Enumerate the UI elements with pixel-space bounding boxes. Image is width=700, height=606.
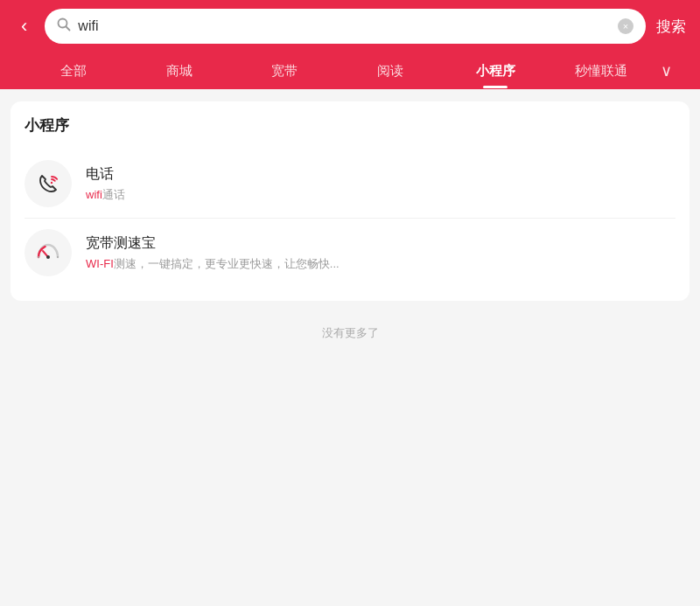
tab-mall[interactable]: 商城 [127, 54, 233, 88]
back-button[interactable]: ‹ [14, 11, 34, 41]
tab-smartlink[interactable]: 秒懂联通 [549, 54, 654, 88]
nav-more-icon[interactable]: ∨ [654, 52, 679, 89]
miniapp-section: 小程序 电话 wifi通话 [10, 101, 690, 301]
item-subtitle-speed: WI-FI测速，一键搞定，更专业更快速，让您畅快... [86, 256, 676, 272]
list-item[interactable]: 电话 wifi通话 [24, 150, 676, 218]
item-info-speed: 宽带测速宝 WI-FI测速，一键搞定，更专业更快速，让您畅快... [86, 234, 676, 272]
phone-wifi-icon [24, 160, 72, 207]
tab-all[interactable]: 全部 [21, 54, 127, 88]
item-subtitle-text-speed: 测速，一键搞定，更专业更快速，让您畅快... [114, 257, 340, 270]
svg-line-1 [66, 27, 70, 31]
item-subtitle-phone: wifi通话 [86, 187, 676, 203]
clear-button[interactable]: × [618, 18, 634, 34]
section-title: 小程序 [24, 115, 676, 136]
search-box: wifi × [45, 9, 646, 44]
search-row: ‹ wifi × 搜索 [14, 9, 686, 52]
search-input[interactable]: wifi [78, 18, 611, 34]
item-subtitle-text: 通话 [102, 188, 125, 201]
content: 小程序 电话 wifi通话 [0, 89, 700, 362]
speedometer-icon [24, 229, 72, 276]
item-title-speed: 宽带测速宝 [86, 234, 676, 253]
svg-point-2 [51, 182, 52, 184]
tab-miniapp[interactable]: 小程序 [443, 54, 549, 88]
nav-tabs: 全部 商城 宽带 阅读 小程序 秒懂联通 ∨ [14, 52, 686, 89]
search-icon [57, 17, 71, 35]
tab-broadband[interactable]: 宽带 [232, 54, 338, 88]
svg-point-4 [46, 255, 50, 259]
tab-reading[interactable]: 阅读 [338, 54, 444, 88]
list-item[interactable]: 宽带测速宝 WI-FI测速，一键搞定，更专业更快速，让您畅快... [24, 218, 676, 287]
item-title-phone: 电话 [86, 165, 676, 184]
header: ‹ wifi × 搜索 全部 商城 宽带 阅读 小程序 秒懂联通 ∨ [0, 0, 700, 89]
item-subtitle-highlight: wifi [86, 188, 102, 201]
item-subtitle-highlight-speed: WI-FI [86, 257, 114, 270]
search-submit-button[interactable]: 搜索 [656, 17, 686, 37]
no-more-label: 没有更多了 [10, 301, 690, 350]
item-info-phone: 电话 wifi通话 [86, 165, 676, 203]
